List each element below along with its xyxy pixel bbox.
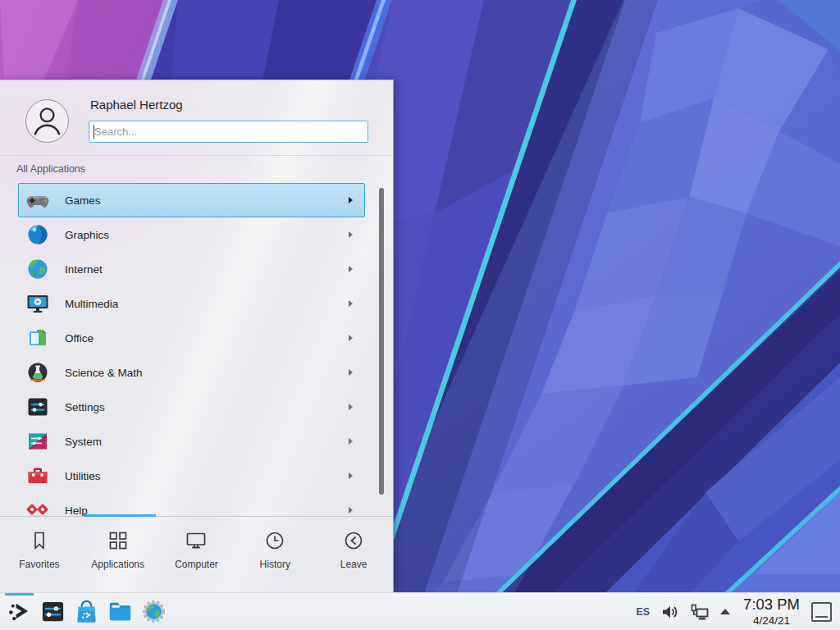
menu-item-label: Settings <box>65 401 105 413</box>
search-wrap <box>89 121 368 143</box>
clock-date: 4/24/21 <box>743 615 800 627</box>
launcher-tab-bar: Favorites Applications Computer History … <box>0 517 393 593</box>
leave-icon <box>342 529 365 552</box>
multimedia-monitor-icon <box>26 292 49 315</box>
gamepad-icon <box>26 189 49 212</box>
header-divider <box>0 155 393 156</box>
text-caret <box>94 125 94 139</box>
submenu-arrow-icon <box>349 231 353 238</box>
clock[interactable]: 7:03 PM 4/24/21 <box>743 597 800 626</box>
scrollbar[interactable] <box>379 188 384 495</box>
utilities-toolbox-icon <box>26 464 49 487</box>
network-icon[interactable] <box>690 603 710 621</box>
system-icon <box>26 430 49 453</box>
tab-label: Computer <box>175 559 218 570</box>
kali-menu-button[interactable] <box>2 593 36 630</box>
system-settings-icon <box>40 599 66 624</box>
bookmark-icon <box>28 529 51 552</box>
app-grid-icon <box>107 529 130 552</box>
menu-item-label: Science & Math <box>65 367 143 379</box>
file-manager-button[interactable] <box>103 593 137 630</box>
menu-item-settings[interactable]: Settings <box>18 390 365 424</box>
menu-item-utilities[interactable]: Utilities <box>18 459 365 493</box>
submenu-arrow-icon <box>349 472 353 479</box>
submenu-arrow-icon <box>349 507 353 514</box>
kali-logo-icon <box>7 599 32 624</box>
office-documents-icon <box>26 326 49 349</box>
menu-item-internet[interactable]: Internet <box>18 252 365 286</box>
tab-computer[interactable]: Computer <box>158 517 236 593</box>
tab-history[interactable]: History <box>235 517 314 593</box>
tab-label: History <box>260 559 290 570</box>
graphics-sphere-icon <box>26 223 49 246</box>
shopping-bag-icon <box>74 599 99 624</box>
submenu-arrow-icon <box>349 266 353 272</box>
submenu-arrow-icon <box>349 300 353 307</box>
menu-item-label: Internet <box>65 263 103 276</box>
menu-item-multimedia[interactable]: Multimedia <box>18 286 365 321</box>
user-avatar[interactable] <box>25 99 69 143</box>
submenu-arrow-icon <box>349 369 353 376</box>
history-clock-icon <box>263 529 286 552</box>
section-label: All Applications <box>16 163 85 175</box>
menu-item-games[interactable]: Games <box>18 183 365 217</box>
menu-item-office[interactable]: Office <box>18 321 365 355</box>
category-list: Games Graphics Internet <box>0 180 393 516</box>
menu-item-label: System <box>65 436 102 448</box>
menu-item-label: Office <box>65 332 94 345</box>
tab-favorites[interactable]: Favorites <box>0 517 79 593</box>
volume-icon[interactable] <box>661 604 679 620</box>
science-flask-icon <box>26 361 49 384</box>
discover-store-button[interactable] <box>70 593 103 630</box>
launcher-header: Raphael Hertzog <box>0 80 393 155</box>
tab-applications[interactable]: Applications <box>79 517 158 593</box>
folder-icon <box>107 599 133 624</box>
active-tab-indicator <box>84 514 156 517</box>
menu-item-label: Graphics <box>65 229 109 241</box>
tab-label: Applications <box>91 559 144 570</box>
tab-label: Favorites <box>19 559 59 570</box>
submenu-arrow-icon <box>349 197 353 203</box>
system-settings-button[interactable] <box>36 593 70 630</box>
taskbar-left <box>0 593 171 630</box>
submenu-arrow-icon <box>349 335 353 341</box>
expand-tray-icon[interactable] <box>720 609 730 614</box>
menu-item-graphics[interactable]: Graphics <box>18 217 365 252</box>
help-lifebuoy-icon <box>26 499 49 516</box>
computer-icon <box>185 529 208 552</box>
tab-leave[interactable]: Leave <box>314 517 393 593</box>
menu-item-label: Utilities <box>65 470 101 482</box>
user-icon <box>26 100 68 142</box>
taskbar: ES 7:03 PM 4/24/21 <box>0 592 840 630</box>
user-name: Raphael Hertzog <box>90 98 183 112</box>
search-input[interactable] <box>89 121 368 143</box>
show-desktop-button[interactable] <box>811 602 832 622</box>
menu-item-help[interactable]: Help <box>18 493 365 516</box>
submenu-arrow-icon <box>349 438 353 445</box>
submenu-arrow-icon <box>349 404 353 410</box>
system-tray: ES 7:03 PM 4/24/21 <box>636 593 840 630</box>
tab-label: Leave <box>340 559 368 570</box>
globe-icon <box>26 258 49 281</box>
globe-gear-icon <box>141 599 167 624</box>
web-browser-button[interactable] <box>137 593 171 630</box>
desktop: Raphael Hertzog All Applications Games G… <box>0 0 840 630</box>
application-launcher: Raphael Hertzog All Applications Games G… <box>0 80 394 592</box>
menu-item-system[interactable]: System <box>18 424 365 459</box>
settings-sliders-icon <box>26 395 49 418</box>
menu-item-label: Games <box>65 194 101 207</box>
keyboard-layout-indicator[interactable]: ES <box>636 606 650 618</box>
menu-item-science[interactable]: Science & Math <box>18 355 365 390</box>
clock-time: 7:03 PM <box>743 597 800 613</box>
active-app-indicator <box>5 593 34 596</box>
menu-item-label: Multimedia <box>65 298 118 310</box>
